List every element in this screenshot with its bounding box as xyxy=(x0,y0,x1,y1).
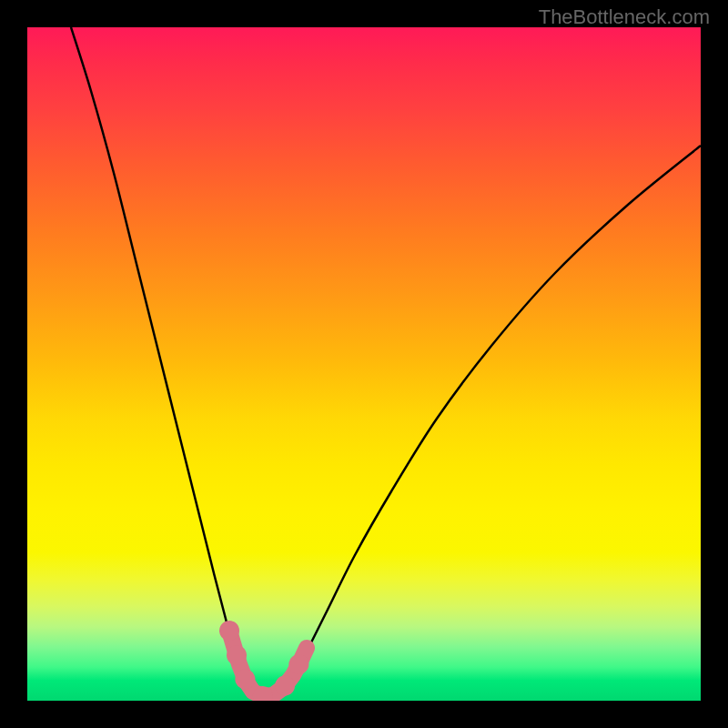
bottleneck-curve xyxy=(71,27,701,699)
chart-area xyxy=(27,27,701,701)
chart-svg xyxy=(27,27,701,701)
watermark-text: TheBottleneck.com xyxy=(539,5,710,29)
highlight-dots xyxy=(229,631,307,696)
